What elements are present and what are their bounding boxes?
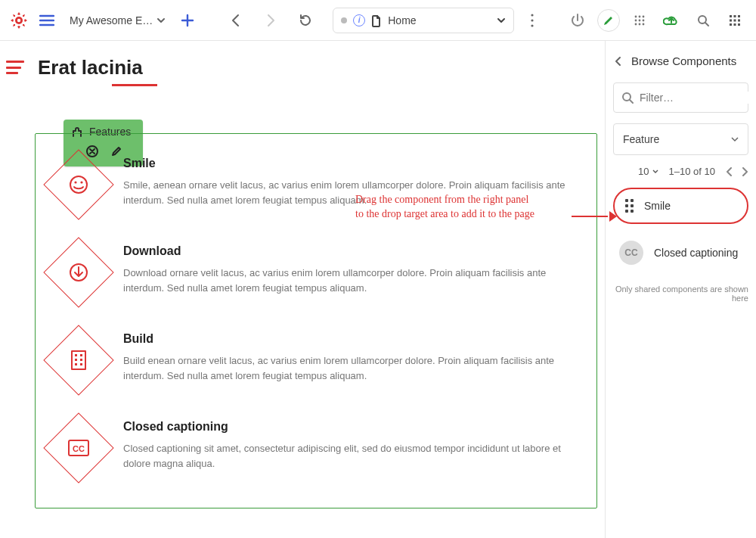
panel-footer-note: Only shared components are shown here [613, 285, 748, 303]
title-underline [112, 84, 157, 86]
svg-point-18 [643, 23, 645, 25]
component-type-select[interactable]: Feature [613, 123, 748, 155]
feature-desc: Build enean ornare velit lacus, ac variu… [123, 353, 580, 383]
app-logo-icon [9, 11, 29, 30]
feature-row: Build Build enean ornare velit lacus, ac… [43, 319, 583, 406]
toolbar-right-actions [565, 8, 747, 33]
right-panel-header: Browse Components [613, 54, 748, 72]
feature-title: Closed captioning [123, 420, 580, 434]
svg-text:CC: CC [73, 444, 85, 453]
svg-point-10 [635, 15, 637, 17]
avatar: CC [619, 241, 643, 265]
svg-rect-41 [80, 363, 82, 365]
caret-down-icon [157, 17, 165, 24]
edit-mode-button[interactable] [597, 9, 620, 32]
svg-rect-36 [75, 354, 77, 356]
breadcrumb-label: Home [388, 14, 416, 26]
hint-arrow-icon [572, 213, 617, 219]
svg-point-32 [74, 181, 76, 183]
apps-grid-icon[interactable] [723, 8, 747, 33]
nav-back-button[interactable] [224, 8, 248, 33]
caret-down-icon [731, 135, 739, 143]
select-value: Feature [623, 133, 659, 145]
breadcrumb-caret-icon [497, 16, 506, 25]
search-button[interactable] [691, 8, 715, 33]
svg-rect-37 [80, 354, 82, 356]
feature-icon-diamond [43, 325, 113, 395]
svg-rect-40 [75, 363, 77, 365]
panel-title: Browse Components [631, 54, 736, 67]
filter-input[interactable] [640, 92, 756, 104]
grid-icon[interactable] [627, 8, 652, 33]
svg-point-7 [531, 14, 534, 16]
svg-line-45 [630, 100, 633, 103]
svg-rect-22 [734, 15, 736, 17]
svg-point-11 [639, 15, 641, 17]
nav-reload-button[interactable] [293, 8, 318, 33]
nav-history [224, 8, 318, 33]
search-icon [621, 92, 634, 104]
component-item-label: Smile [644, 200, 671, 212]
svg-rect-38 [75, 359, 77, 361]
component-item-smile[interactable]: Smile [613, 188, 748, 224]
feature-title: Build [123, 332, 580, 346]
svg-point-16 [635, 23, 637, 25]
component-item-closed-captioning[interactable]: CC Closed captioning [613, 235, 748, 271]
panel-back-button[interactable] [613, 56, 624, 67]
feature-desc: Download ornare velit lacus, ac varius e… [123, 266, 580, 295]
main-menu-icon[interactable] [35, 8, 59, 33]
svg-point-31 [70, 176, 87, 193]
feature-icon-diamond: CC [43, 412, 113, 483]
page-size-select[interactable]: 10 [638, 166, 658, 177]
svg-rect-28 [734, 23, 736, 26]
feature-row: Download Download ornare velit lacus, ac… [43, 231, 583, 319]
svg-rect-24 [730, 19, 732, 21]
pager-prev-button[interactable] [726, 167, 733, 176]
feature-title: Download [123, 244, 580, 258]
svg-point-33 [80, 181, 82, 183]
feature-row: CC Closed captioning Closed captioning s… [43, 406, 583, 494]
svg-point-8 [531, 19, 534, 21]
svg-line-20 [705, 23, 708, 26]
svg-rect-23 [738, 15, 740, 17]
svg-rect-39 [80, 359, 82, 361]
download-icon [68, 262, 89, 283]
svg-point-17 [639, 23, 641, 25]
document-icon [371, 15, 382, 27]
page-menu-icon[interactable] [6, 61, 24, 74]
filter-input-wrapper[interactable] [613, 82, 748, 113]
svg-rect-27 [730, 23, 732, 26]
svg-point-9 [531, 24, 534, 26]
closed-caption-icon: CC [67, 439, 90, 457]
svg-rect-35 [72, 351, 85, 369]
right-panel: Browse Components Feature 10 1–10 of 10 [605, 41, 756, 538]
svg-rect-26 [738, 19, 740, 21]
feature-icon-diamond [43, 149, 113, 219]
breadcrumb[interactable]: i Home [333, 8, 514, 33]
add-tab-button[interactable] [175, 8, 200, 33]
feature-title: Smile [123, 157, 580, 170]
drop-target[interactable]: Smile Smile, aenean ornare velit lacus, … [35, 133, 597, 508]
smile-icon [68, 174, 89, 195]
power-icon[interactable] [565, 8, 590, 33]
svg-point-12 [643, 15, 645, 17]
more-button[interactable] [520, 8, 544, 33]
top-toolbar: My Awesome E… i Home [0, 0, 756, 41]
cloud-sync-icon[interactable] [659, 8, 683, 33]
svg-point-1 [17, 18, 20, 21]
main-canvas: Erat lacinia Features [30, 41, 605, 538]
nav-forward-button[interactable] [259, 8, 283, 33]
feature-icon-diamond [43, 237, 113, 307]
svg-rect-25 [734, 19, 736, 21]
pager-next-button[interactable] [741, 167, 748, 176]
page-range: 1–10 of 10 [669, 166, 715, 177]
project-tab[interactable]: My Awesome E… [65, 11, 169, 30]
page-title: Erat lacinia [35, 56, 597, 79]
drag-handle-icon[interactable] [625, 199, 634, 213]
info-icon: i [353, 14, 365, 26]
svg-point-14 [639, 19, 641, 21]
building-icon [69, 349, 88, 372]
svg-rect-21 [730, 15, 732, 17]
svg-point-15 [643, 19, 645, 21]
breadcrumb-status-dot [341, 17, 347, 23]
